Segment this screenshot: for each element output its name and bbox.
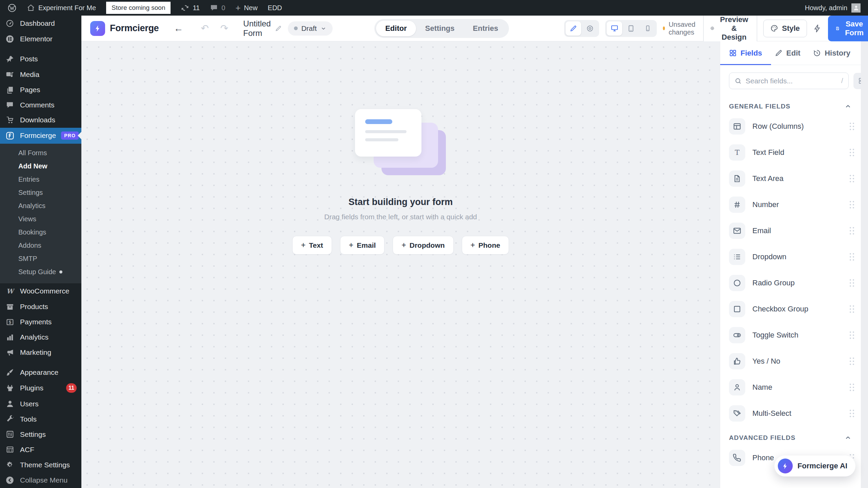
drag-handle-icon[interactable] — [850, 201, 854, 208]
field-item-text-field[interactable]: T Text Field — [729, 144, 854, 161]
sidebar-item-appearance[interactable]: Appearance — [0, 365, 81, 380]
collapse-menu-button[interactable]: Collapse Menu — [0, 472, 81, 488]
menu-separator — [0, 360, 81, 365]
sidebar-item-downloads[interactable]: Downloads — [0, 113, 81, 128]
sidebar-item-dashboard[interactable]: Dashboard — [0, 16, 81, 31]
quick-add-label: Text — [309, 241, 323, 249]
sidebar-item-media[interactable]: Media — [0, 67, 81, 82]
save-form-button[interactable]: Save Form — [828, 16, 868, 41]
edit-mode-button[interactable] — [566, 21, 581, 36]
style-button[interactable]: Style — [763, 20, 807, 37]
sidebar-item-payments[interactable]: $ Payments — [0, 314, 81, 330]
sidebar-item-products[interactable]: Products — [0, 299, 81, 314]
edd-menu[interactable]: EDD — [268, 4, 282, 12]
back-button[interactable]: ← — [171, 23, 186, 34]
site-menu[interactable]: Experiment For Me — [27, 4, 96, 12]
drag-handle-icon[interactable] — [850, 175, 854, 182]
tab-settings[interactable]: Settings — [416, 21, 464, 36]
search-fields-input[interactable] — [746, 77, 837, 85]
sidebar-item-analytics[interactable]: Analytics — [0, 330, 81, 345]
sidebar-item-pages[interactable]: Pages — [0, 82, 81, 98]
quick-add-text-button[interactable]: +Text — [292, 236, 332, 255]
field-item-radio-group[interactable]: Radio Group — [729, 275, 854, 291]
sidebar-item-acf[interactable]: ACF — [0, 442, 81, 457]
undo-button[interactable]: ↶ — [198, 23, 211, 34]
submenu-item-addons[interactable]: Addons — [0, 239, 81, 252]
chevron-up-icon[interactable] — [844, 103, 852, 110]
sidebar-item-comments[interactable]: Comments — [0, 98, 81, 113]
drag-handle-icon[interactable] — [850, 331, 854, 339]
sidebar-item-tools[interactable]: Tools — [0, 411, 81, 427]
redo-button[interactable]: ↷ — [218, 23, 231, 34]
panel-tab-edit[interactable]: Edit — [775, 41, 801, 65]
panel-tab-fields[interactable]: Fields — [729, 41, 762, 65]
form-title[interactable]: Untitled Form — [243, 19, 271, 38]
submenu-item-smtp[interactable]: SMTP — [0, 252, 81, 265]
tab-entries[interactable]: Entries — [464, 21, 508, 36]
search-fields-box[interactable]: / — [729, 73, 849, 89]
updates-menu[interactable]: 11 — [181, 4, 200, 12]
sidebar-item-formcierge[interactable]: Formcierge PRO — [0, 128, 81, 144]
field-item-dropdown[interactable]: Dropdown — [729, 249, 854, 265]
field-item-multi-select[interactable]: Multi-Select — [729, 405, 854, 422]
drag-handle-icon[interactable] — [850, 149, 854, 156]
panel-scrollbar[interactable] — [861, 41, 868, 488]
field-item-email[interactable]: Email — [729, 223, 854, 239]
panel-tab-history[interactable]: History — [813, 41, 850, 65]
quick-add-dropdown-button[interactable]: +Dropdown — [393, 236, 453, 255]
drag-handle-icon[interactable] — [850, 410, 854, 417]
preview-mode-button[interactable] — [582, 21, 598, 36]
drag-handle-icon[interactable] — [850, 384, 854, 391]
drag-handle-icon[interactable] — [850, 305, 854, 313]
sidebar-item-users[interactable]: Users — [0, 396, 81, 411]
comments-menu[interactable]: 0 — [210, 4, 225, 12]
preview-design-button[interactable]: Preview & Design — [703, 11, 757, 46]
field-item-checkbox-group[interactable]: Checkbox Group — [729, 301, 854, 317]
field-item-toggle-switch[interactable]: Toggle Switch — [729, 327, 854, 343]
form-canvas[interactable]: Start building your form Drag fields fro… — [81, 41, 720, 488]
field-item-row-columns[interactable]: Row (Columns) — [729, 118, 854, 135]
new-menu[interactable]: + New — [235, 3, 257, 13]
submenu-item-all-forms[interactable]: All Forms — [0, 146, 81, 160]
field-item-yes-no[interactable]: Yes / No — [729, 353, 854, 369]
submenu-item-setup-guide[interactable]: Setup Guide — [0, 265, 81, 279]
ai-bolt-icon[interactable] — [813, 24, 822, 33]
submenu-item-bookings[interactable]: Bookings — [0, 226, 81, 239]
rename-pencil-icon[interactable] — [275, 25, 282, 32]
sidebar-item-marketing[interactable]: Marketing — [0, 345, 81, 360]
drag-handle-icon[interactable] — [850, 227, 854, 235]
status-dropdown[interactable]: Draft — [288, 21, 333, 36]
sidebar-item-woocommerce[interactable]: W WooCommerce — [0, 283, 81, 299]
tablet-device-button[interactable] — [623, 21, 639, 36]
submenu-item-analytics[interactable]: Analytics — [0, 199, 81, 212]
sidebar-item-settings[interactable]: Settings — [0, 427, 81, 442]
submenu-item-entries[interactable]: Entries — [0, 173, 81, 186]
drag-handle-icon[interactable] — [850, 253, 854, 261]
sidebar-item-plugins[interactable]: Plugins 11 — [0, 380, 81, 396]
desktop-device-button[interactable] — [607, 21, 622, 36]
submenu-item-add-new[interactable]: Add New — [0, 160, 81, 173]
wordpress-logo-icon[interactable] — [7, 3, 17, 13]
drag-handle-icon[interactable] — [850, 358, 854, 365]
mobile-device-button[interactable] — [640, 21, 655, 36]
field-item-name[interactable]: Name — [729, 379, 854, 395]
tab-editor[interactable]: Editor — [376, 21, 416, 36]
sidebar-item-posts[interactable]: Posts — [0, 52, 81, 67]
field-item-text-area[interactable]: Text Area — [729, 170, 854, 187]
drag-handle-icon[interactable] — [850, 123, 854, 130]
sidebar-item-label: Formcierge — [20, 131, 56, 140]
avatar[interactable] — [851, 3, 861, 13]
coming-soon-badge[interactable]: Store coming soon — [106, 2, 171, 14]
sidebar-item-theme-settings[interactable]: Theme Settings — [0, 457, 81, 472]
chevron-up-icon[interactable] — [844, 434, 852, 442]
submenu-item-settings[interactable]: Settings — [0, 186, 81, 199]
submenu-item-views[interactable]: Views — [0, 212, 81, 226]
checkbox-icon — [729, 301, 745, 317]
drag-handle-icon[interactable] — [850, 279, 854, 287]
sidebar-item-elementor[interactable]: Elementor — [0, 31, 81, 47]
howdy-menu[interactable]: Howdy, admin — [805, 4, 847, 12]
field-item-number[interactable]: Number — [729, 197, 854, 213]
formcierge-ai-button[interactable]: Formcierge AI — [774, 455, 855, 476]
quick-add-email-button[interactable]: +Email — [340, 236, 384, 255]
quick-add-phone-button[interactable]: +Phone — [462, 236, 509, 255]
